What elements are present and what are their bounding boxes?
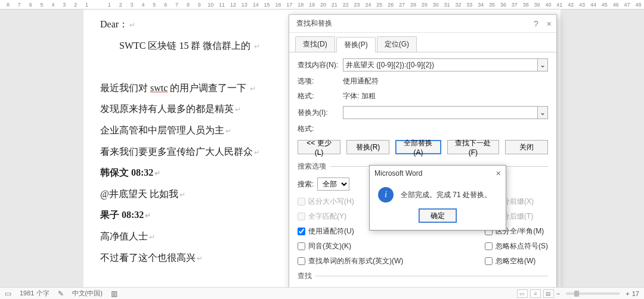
find-section-legend: 查找 <box>298 271 315 281</box>
ruler-tick: 34 <box>475 2 487 8</box>
message-box: Microsoft Word × i 全部完成。完成 71 处替换。 确定 <box>369 165 506 231</box>
options-value: 使用通配符 <box>343 76 379 86</box>
find-dropdown[interactable]: ⌄ <box>537 58 548 71</box>
replace-input[interactable] <box>343 106 537 119</box>
ruler-tick: 38 <box>520 2 531 8</box>
checkbox-input[interactable] <box>298 242 305 250</box>
ruler-tick: 6 <box>25 2 36 8</box>
ruler-tick: 10 <box>205 2 216 8</box>
checkbox-label: 忽略空格(W) <box>496 256 535 266</box>
chevron-down-icon: ⌄ <box>540 61 546 69</box>
ruler-tick: 44 <box>588 2 599 8</box>
ruler-tick: 48 <box>633 2 644 8</box>
page-icon: ▭ <box>5 289 11 298</box>
ruler-tick: 36 <box>498 2 509 8</box>
msgbox-ok-button[interactable]: 确定 <box>419 208 457 223</box>
ruler-tick: 33 <box>464 2 475 8</box>
close-icon[interactable]: × <box>547 19 552 29</box>
ruler-tick: 3 <box>58 2 70 8</box>
ruler-tick: 6 <box>160 2 171 8</box>
msgbox-close-icon[interactable]: × <box>496 169 501 178</box>
checkbox-label: 查找单词的所有形式(英文)(W) <box>308 256 403 266</box>
tab-goto[interactable]: 定位(G) <box>377 36 417 52</box>
checkbox-input[interactable] <box>485 257 493 265</box>
find-replace-dialog: 查找和替换 ? × 查找(D) 替换(P) 定位(G) 查找内容(N): 井底望… <box>289 14 557 289</box>
option-checkbox[interactable]: 查找单词的所有形式(英文)(W) <box>298 256 403 266</box>
tab-find[interactable]: 查找(D) <box>295 36 335 52</box>
zoom-out-button[interactable]: − <box>556 290 560 297</box>
ruler-tick: 27 <box>397 2 408 8</box>
ruler-tick: 45 <box>599 2 610 8</box>
close-button[interactable]: 关闭 <box>505 140 548 154</box>
horizontal-ruler: 8765432112345678910111213141516171819202… <box>0 0 644 10</box>
ruler-tick: 7 <box>171 2 182 8</box>
help-icon[interactable]: ? <box>534 19 538 29</box>
ruler-tick: 39 <box>531 2 543 8</box>
ruler-tick: 19 <box>306 2 318 8</box>
ruler-tick: 12 <box>228 2 239 8</box>
checkbox-input[interactable] <box>298 228 305 235</box>
format2-label: 格式: <box>298 124 339 134</box>
ruler-tick: 40 <box>543 2 554 8</box>
view-print-button[interactable]: ≡ <box>530 289 541 298</box>
search-options-legend: 搜索选项 <box>298 161 330 172</box>
proofing-icon[interactable]: ✎ <box>58 289 64 298</box>
checkbox-input <box>298 213 305 220</box>
ruler-tick: 5 <box>36 2 48 8</box>
ruler-tick: 24 <box>363 2 374 8</box>
language-status[interactable]: 中文(中国) <box>72 289 103 298</box>
status-bar: ▭ 1981 个字 ✎ 中文(中国) ▥ ▭ ≡ ▤ − + 17 <box>0 287 644 299</box>
ruler-tick: 7 <box>14 2 25 8</box>
view-web-button[interactable]: ▤ <box>543 289 554 298</box>
ruler-tick: 35 <box>487 2 498 8</box>
replace-dropdown[interactable]: ⌄ <box>537 106 548 119</box>
checkbox-label: 同音(英文)(K) <box>308 241 351 251</box>
ruler-tick: 8 <box>2 2 14 8</box>
ruler-tick: 30 <box>430 2 441 8</box>
ruler-tick: 25 <box>374 2 385 8</box>
replace-button[interactable]: 替换(R) <box>346 140 389 154</box>
option-checkbox[interactable]: 同音(英文)(K) <box>298 241 403 251</box>
ruler-tick: 41 <box>554 2 565 8</box>
checkbox-input <box>298 198 305 205</box>
find-next-button[interactable]: 查找下一处(F) <box>447 140 499 154</box>
option-checkbox[interactable]: 忽略空格(W) <box>485 256 548 266</box>
ruler-tick: 43 <box>577 2 588 8</box>
msgbox-titlebar[interactable]: Microsoft Word × <box>370 166 506 181</box>
find-input[interactable]: 井底望天 ([0-9]{2}):([0-9]{2}) <box>343 58 537 71</box>
accessibility-icon[interactable]: ▥ <box>111 289 117 298</box>
info-icon: i <box>378 187 394 203</box>
ruler-tick: 9 <box>194 2 205 8</box>
ruler-tick: 37 <box>509 2 520 8</box>
text-underlined: swtc <box>150 83 168 93</box>
ruler-tick: 46 <box>610 2 621 8</box>
checkbox-input[interactable] <box>298 257 305 265</box>
zoom-value[interactable]: 17 <box>632 290 639 297</box>
text: SWTC 区块链 15 群 微信群上的 <box>119 41 250 51</box>
word-count[interactable]: 1981 个字 <box>20 289 49 298</box>
ruler-tick: 18 <box>295 2 306 8</box>
ruler-tick: 26 <box>385 2 397 8</box>
less-button[interactable]: << 更少(L) <box>298 140 340 154</box>
tab-replace[interactable]: 替换(P) <box>336 37 376 52</box>
options-label: 选项: <box>298 76 339 86</box>
view-read-button[interactable]: ▭ <box>517 289 528 298</box>
zoom-in-button[interactable]: + <box>626 290 629 297</box>
format-value: 字体: 加粗 <box>343 91 376 101</box>
search-scope-select[interactable]: 全部 <box>317 177 349 191</box>
checkbox-label: 使用通配符(U) <box>308 226 354 236</box>
text: 最近我们对 <box>100 83 150 93</box>
replace-all-button[interactable]: 全部替换(A) <box>395 140 441 154</box>
ruler-tick: 2 <box>70 2 81 8</box>
ruler-tick: 28 <box>408 2 419 8</box>
zoom-slider[interactable] <box>566 292 620 295</box>
dialog-title: 查找和替换 <box>296 18 332 29</box>
msgbox-message: 全部完成。完成 71 处替换。 <box>401 190 491 200</box>
format-label: 格式: <box>298 91 339 101</box>
ruler-tick: 5 <box>148 2 160 8</box>
option-checkbox[interactable]: 忽略标点符号(S) <box>485 241 548 251</box>
ruler-tick: 3 <box>126 2 138 8</box>
ruler-tick: 23 <box>351 2 363 8</box>
dialog-titlebar[interactable]: 查找和替换 ? × <box>289 15 556 33</box>
checkbox-input[interactable] <box>485 242 493 250</box>
